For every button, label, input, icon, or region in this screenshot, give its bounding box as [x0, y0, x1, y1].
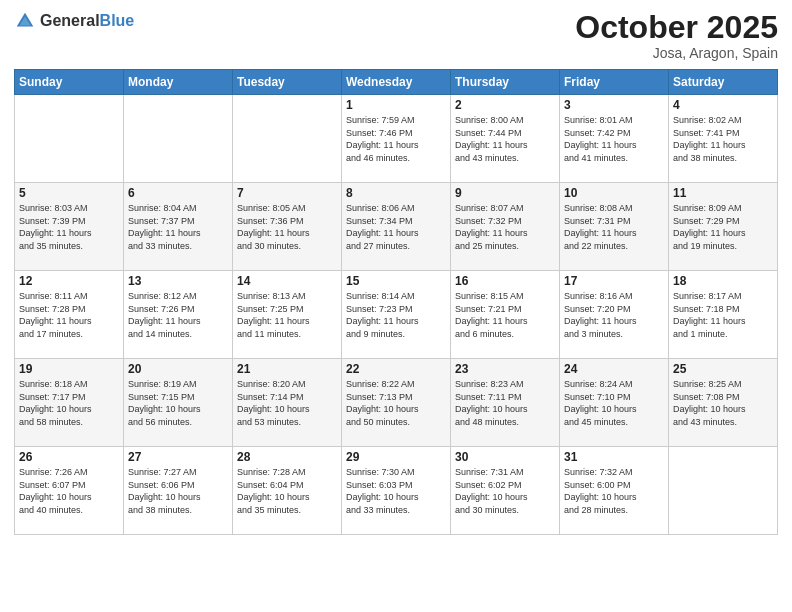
day-number: 25 — [673, 362, 773, 376]
location: Josa, Aragon, Spain — [575, 45, 778, 61]
calendar-col-header: Wednesday — [342, 70, 451, 95]
day-info: Sunrise: 8:23 AM Sunset: 7:11 PM Dayligh… — [455, 378, 555, 428]
calendar-cell: 30Sunrise: 7:31 AM Sunset: 6:02 PM Dayli… — [451, 447, 560, 535]
calendar-col-header: Friday — [560, 70, 669, 95]
logo: GeneralBlue — [14, 10, 134, 32]
calendar-col-header: Thursday — [451, 70, 560, 95]
day-number: 14 — [237, 274, 337, 288]
day-info: Sunrise: 7:27 AM Sunset: 6:06 PM Dayligh… — [128, 466, 228, 516]
day-number: 29 — [346, 450, 446, 464]
calendar-cell: 17Sunrise: 8:16 AM Sunset: 7:20 PM Dayli… — [560, 271, 669, 359]
day-number: 16 — [455, 274, 555, 288]
day-number: 3 — [564, 98, 664, 112]
calendar-cell: 23Sunrise: 8:23 AM Sunset: 7:11 PM Dayli… — [451, 359, 560, 447]
calendar-col-header: Tuesday — [233, 70, 342, 95]
calendar-cell: 25Sunrise: 8:25 AM Sunset: 7:08 PM Dayli… — [669, 359, 778, 447]
calendar-week-row: 1Sunrise: 7:59 AM Sunset: 7:46 PM Daylig… — [15, 95, 778, 183]
day-info: Sunrise: 8:07 AM Sunset: 7:32 PM Dayligh… — [455, 202, 555, 252]
calendar-cell: 18Sunrise: 8:17 AM Sunset: 7:18 PM Dayli… — [669, 271, 778, 359]
day-number: 4 — [673, 98, 773, 112]
day-info: Sunrise: 8:00 AM Sunset: 7:44 PM Dayligh… — [455, 114, 555, 164]
calendar-week-row: 26Sunrise: 7:26 AM Sunset: 6:07 PM Dayli… — [15, 447, 778, 535]
title-block: October 2025 Josa, Aragon, Spain — [575, 10, 778, 61]
calendar-cell: 7Sunrise: 8:05 AM Sunset: 7:36 PM Daylig… — [233, 183, 342, 271]
logo-text: GeneralBlue — [40, 12, 134, 30]
day-info: Sunrise: 8:25 AM Sunset: 7:08 PM Dayligh… — [673, 378, 773, 428]
day-info: Sunrise: 8:24 AM Sunset: 7:10 PM Dayligh… — [564, 378, 664, 428]
calendar-cell: 19Sunrise: 8:18 AM Sunset: 7:17 PM Dayli… — [15, 359, 124, 447]
day-number: 5 — [19, 186, 119, 200]
day-info: Sunrise: 8:15 AM Sunset: 7:21 PM Dayligh… — [455, 290, 555, 340]
day-number: 15 — [346, 274, 446, 288]
day-number: 20 — [128, 362, 228, 376]
day-info: Sunrise: 8:08 AM Sunset: 7:31 PM Dayligh… — [564, 202, 664, 252]
calendar-week-row: 19Sunrise: 8:18 AM Sunset: 7:17 PM Dayli… — [15, 359, 778, 447]
day-number: 7 — [237, 186, 337, 200]
day-number: 1 — [346, 98, 446, 112]
day-number: 2 — [455, 98, 555, 112]
day-number: 21 — [237, 362, 337, 376]
calendar-cell: 4Sunrise: 8:02 AM Sunset: 7:41 PM Daylig… — [669, 95, 778, 183]
calendar-cell: 8Sunrise: 8:06 AM Sunset: 7:34 PM Daylig… — [342, 183, 451, 271]
day-number: 28 — [237, 450, 337, 464]
calendar-week-row: 5Sunrise: 8:03 AM Sunset: 7:39 PM Daylig… — [15, 183, 778, 271]
calendar-cell: 26Sunrise: 7:26 AM Sunset: 6:07 PM Dayli… — [15, 447, 124, 535]
calendar-cell: 2Sunrise: 8:00 AM Sunset: 7:44 PM Daylig… — [451, 95, 560, 183]
day-number: 18 — [673, 274, 773, 288]
day-number: 24 — [564, 362, 664, 376]
day-info: Sunrise: 7:30 AM Sunset: 6:03 PM Dayligh… — [346, 466, 446, 516]
calendar-cell: 9Sunrise: 8:07 AM Sunset: 7:32 PM Daylig… — [451, 183, 560, 271]
logo-general: General — [40, 12, 100, 30]
header: GeneralBlue October 2025 Josa, Aragon, S… — [14, 10, 778, 61]
calendar-cell: 14Sunrise: 8:13 AM Sunset: 7:25 PM Dayli… — [233, 271, 342, 359]
day-number: 12 — [19, 274, 119, 288]
logo-blue: Blue — [100, 12, 135, 30]
logo-icon — [14, 10, 36, 32]
calendar-cell: 16Sunrise: 8:15 AM Sunset: 7:21 PM Dayli… — [451, 271, 560, 359]
calendar-cell: 1Sunrise: 7:59 AM Sunset: 7:46 PM Daylig… — [342, 95, 451, 183]
day-info: Sunrise: 8:05 AM Sunset: 7:36 PM Dayligh… — [237, 202, 337, 252]
calendar-cell — [15, 95, 124, 183]
day-number: 11 — [673, 186, 773, 200]
day-info: Sunrise: 8:14 AM Sunset: 7:23 PM Dayligh… — [346, 290, 446, 340]
calendar-table: SundayMondayTuesdayWednesdayThursdayFrid… — [14, 69, 778, 535]
day-number: 13 — [128, 274, 228, 288]
day-number: 8 — [346, 186, 446, 200]
calendar-week-row: 12Sunrise: 8:11 AM Sunset: 7:28 PM Dayli… — [15, 271, 778, 359]
day-number: 26 — [19, 450, 119, 464]
calendar-cell: 27Sunrise: 7:27 AM Sunset: 6:06 PM Dayli… — [124, 447, 233, 535]
day-number: 27 — [128, 450, 228, 464]
calendar-cell: 12Sunrise: 8:11 AM Sunset: 7:28 PM Dayli… — [15, 271, 124, 359]
day-info: Sunrise: 8:17 AM Sunset: 7:18 PM Dayligh… — [673, 290, 773, 340]
day-number: 30 — [455, 450, 555, 464]
day-info: Sunrise: 7:26 AM Sunset: 6:07 PM Dayligh… — [19, 466, 119, 516]
calendar-cell: 11Sunrise: 8:09 AM Sunset: 7:29 PM Dayli… — [669, 183, 778, 271]
calendar-cell: 29Sunrise: 7:30 AM Sunset: 6:03 PM Dayli… — [342, 447, 451, 535]
page: GeneralBlue October 2025 Josa, Aragon, S… — [0, 0, 792, 612]
calendar-header-row: SundayMondayTuesdayWednesdayThursdayFrid… — [15, 70, 778, 95]
calendar-cell: 10Sunrise: 8:08 AM Sunset: 7:31 PM Dayli… — [560, 183, 669, 271]
month-title: October 2025 — [575, 10, 778, 45]
day-number: 22 — [346, 362, 446, 376]
calendar-cell: 6Sunrise: 8:04 AM Sunset: 7:37 PM Daylig… — [124, 183, 233, 271]
calendar-cell: 28Sunrise: 7:28 AM Sunset: 6:04 PM Dayli… — [233, 447, 342, 535]
day-info: Sunrise: 8:03 AM Sunset: 7:39 PM Dayligh… — [19, 202, 119, 252]
day-info: Sunrise: 7:59 AM Sunset: 7:46 PM Dayligh… — [346, 114, 446, 164]
day-info: Sunrise: 8:04 AM Sunset: 7:37 PM Dayligh… — [128, 202, 228, 252]
calendar-cell: 13Sunrise: 8:12 AM Sunset: 7:26 PM Dayli… — [124, 271, 233, 359]
day-number: 6 — [128, 186, 228, 200]
calendar-col-header: Monday — [124, 70, 233, 95]
day-info: Sunrise: 8:09 AM Sunset: 7:29 PM Dayligh… — [673, 202, 773, 252]
day-number: 19 — [19, 362, 119, 376]
day-number: 31 — [564, 450, 664, 464]
day-info: Sunrise: 8:16 AM Sunset: 7:20 PM Dayligh… — [564, 290, 664, 340]
day-info: Sunrise: 8:06 AM Sunset: 7:34 PM Dayligh… — [346, 202, 446, 252]
day-info: Sunrise: 8:02 AM Sunset: 7:41 PM Dayligh… — [673, 114, 773, 164]
calendar-cell: 20Sunrise: 8:19 AM Sunset: 7:15 PM Dayli… — [124, 359, 233, 447]
calendar-col-header: Saturday — [669, 70, 778, 95]
day-info: Sunrise: 8:19 AM Sunset: 7:15 PM Dayligh… — [128, 378, 228, 428]
day-number: 9 — [455, 186, 555, 200]
day-info: Sunrise: 7:31 AM Sunset: 6:02 PM Dayligh… — [455, 466, 555, 516]
calendar-cell: 3Sunrise: 8:01 AM Sunset: 7:42 PM Daylig… — [560, 95, 669, 183]
day-info: Sunrise: 8:18 AM Sunset: 7:17 PM Dayligh… — [19, 378, 119, 428]
